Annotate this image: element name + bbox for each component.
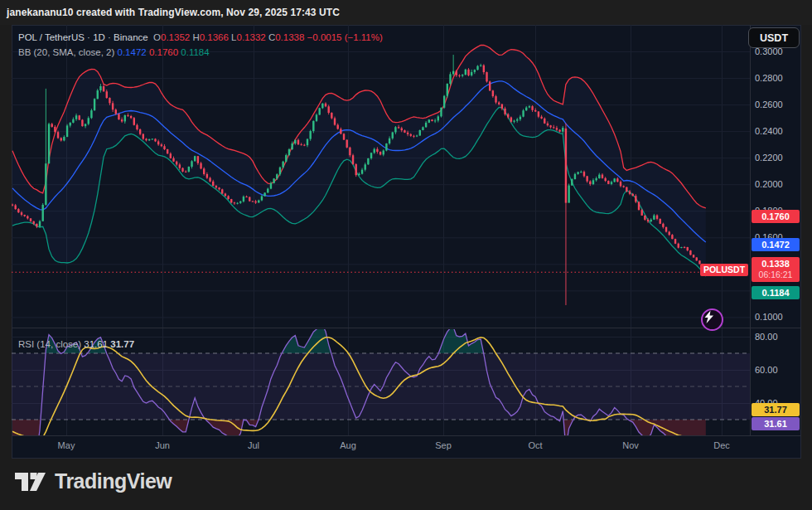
rsi-tick-label: 80.00 [755,332,778,342]
footer: TradingView [0,459,812,510]
open-letter: O [153,32,161,42]
price-tick-label: 0.2800 [755,73,783,83]
rsi-axis-label: 31.61 [752,417,800,430]
bb-basis-axis-label: 0.1472 [752,238,800,251]
chart-plot-area[interactable] [12,25,801,459]
tradingview-logo-icon [13,470,46,493]
month-tick-label[interactable]: Dec [705,440,738,450]
currency-toggle-button[interactable]: USDT [748,27,800,48]
tradingview-brand[interactable]: TradingView [13,469,172,493]
lightning-icon [703,310,715,324]
price-tick-label: 0.2200 [755,153,783,163]
price-tick-label: 0.2000 [755,179,783,189]
price-tick-label: 0.2400 [755,126,783,136]
month-tick-label[interactable]: Nov [614,440,647,450]
exchange-label: Binance [114,32,148,42]
month-tick-label[interactable]: Jun [146,440,179,450]
symbol-name[interactable]: POL / TetherUS [18,32,85,42]
bb-indicator-title[interactable]: BB (20, SMA, close, 2) [18,47,114,57]
flash-boost-button[interactable] [701,308,723,331]
rsi-legend[interactable]: RSI (14, close) 31.61 31.77 [18,337,134,352]
bar-countdown: 06:16:21 [759,270,793,280]
open-value: 0.1352 [161,32,190,42]
bb-basis-value: 0.1472 [118,47,147,57]
rsi-ma-value: 31.77 [110,339,134,349]
legend-separator: · [87,32,90,42]
symbol-price-tag: POLUSDT [700,264,748,276]
brand-name: TradingView [55,469,172,493]
month-tick-label[interactable]: Sep [427,440,460,450]
rsi-value: 31.61 [84,339,108,349]
high-letter: H [192,32,199,42]
attribution-bar: janekananu10 created with TradingView.co… [0,0,812,25]
last-price-value: 0.1338 [761,259,790,270]
symbol-legend-row: POL / TetherUS · 1D · Binance O0.1352 H0… [18,30,383,45]
month-tick-label[interactable]: Jul [237,440,270,450]
attribution-text: janekananu10 created with TradingView.co… [7,7,340,18]
bb-legend-row[interactable]: BB (20, SMA, close, 2) 0.1472 0.1760 0.1… [18,45,383,60]
main-legend[interactable]: POL / TetherUS · 1D · Binance O0.1352 H0… [18,30,383,60]
change-value: −0.0015 (−1.11%) [307,32,383,42]
close-letter: C [268,32,275,42]
price-tick-label: 0.1000 [755,312,783,322]
month-tick-label[interactable]: May [50,440,83,450]
chart-container: POL / TetherUS · 1D · Binance O0.1352 H0… [12,25,801,459]
month-tick-label[interactable]: Oct [519,440,552,450]
close-value: 0.1338 [275,32,304,42]
last-price-axis-label: 0.1338 06:16:21 [752,257,800,282]
rsi-tick-label: 60.00 [755,365,778,375]
month-tick-label[interactable]: Aug [331,440,365,450]
interval-label[interactable]: 1D [93,32,105,42]
price-tick-label: 0.2600 [755,100,783,109]
legend-separator: · [108,32,111,42]
bb-lower-axis-label: 0.1184 [752,286,800,299]
bb-upper-value: 0.1760 [149,47,178,57]
main-pane [12,46,750,305]
rsi-ma-axis-label: 31.77 [752,403,800,416]
high-value: 0.1366 [200,32,229,42]
bb-upper-axis-label: 0.1760 [752,210,800,223]
bb-lower-value: 0.1184 [181,47,209,57]
low-value: 0.1332 [237,32,266,42]
rsi-indicator-title[interactable]: RSI (14, close) [18,339,81,349]
